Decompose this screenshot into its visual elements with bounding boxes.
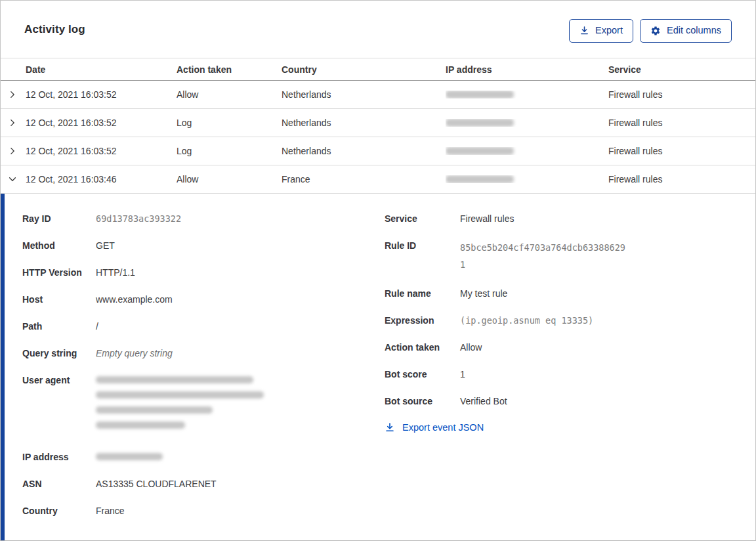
column-header-country: Country [282, 64, 446, 75]
field-rule-name: Rule name My test rule [385, 287, 755, 300]
page-title: Activity log [24, 23, 85, 36]
row-ip-address [446, 91, 608, 98]
edit-columns-button-label: Edit columns [667, 26, 721, 35]
row-country: France [282, 174, 446, 184]
chevron-right-icon [7, 117, 18, 129]
row-country: Netherlands [282, 118, 446, 128]
column-header-date: Date [26, 64, 177, 75]
redacted-line [96, 376, 253, 383]
redacted-line [96, 406, 213, 414]
chevron-right-icon [7, 89, 18, 100]
field-path: Path / [22, 320, 385, 333]
field-host: Host www.example.com [22, 293, 385, 306]
export-event-json-label: Export event JSON [402, 422, 484, 433]
expression-value: (ip.geoip.asnum eq 13335) [460, 314, 593, 327]
row-date: 12 Oct, 2021 16:03:46 [26, 174, 177, 184]
row-action-taken: Allow [177, 174, 282, 184]
export-button[interactable]: Export [569, 19, 633, 43]
redacted-line [96, 391, 264, 399]
field-expression: Expression (ip.geoip.asnum eq 13335) [385, 314, 755, 327]
row-expander[interactable] [1, 117, 26, 129]
method-value: GET [96, 239, 115, 252]
export-event-json-link[interactable]: Export event JSON [385, 422, 484, 433]
field-country: Country France [22, 504, 385, 517]
download-icon [385, 422, 395, 433]
event-details-left-column: Ray ID 69d13783ac393322 Method GET HTTP … [22, 212, 385, 531]
row-date: 12 Oct, 2021 16:03:52 [26, 118, 177, 128]
field-action-taken: Action taken Allow [385, 341, 755, 354]
gear-icon [650, 26, 661, 36]
redacted-user-agent-value [96, 374, 264, 437]
field-ip-address: IP address [22, 450, 385, 464]
column-header-service: Service [608, 64, 755, 75]
row-expander[interactable] [1, 173, 26, 185]
field-method: Method GET [22, 239, 385, 252]
row-service: Firewall rules [608, 146, 755, 156]
row-ip-address [446, 147, 608, 155]
field-service: Service Firewall rules [385, 212, 755, 225]
field-user-agent: User agent [22, 374, 385, 437]
field-ray-id: Ray ID 69d13783ac393322 [22, 212, 385, 225]
column-header-action-taken: Action taken [177, 64, 282, 75]
redacted-ip-value [446, 175, 514, 183]
row-date: 12 Oct, 2021 16:03:52 [26, 146, 177, 156]
query-string-value: Empty query string [96, 347, 173, 360]
row-country: Netherlands [282, 89, 446, 100]
row-service: Firewall rules [608, 89, 755, 100]
http-version-value: HTTP/1.1 [96, 266, 135, 279]
rule-id-value: 85bce5b204cf4703a764dcb633886291 [460, 239, 628, 273]
chevron-right-icon [7, 145, 18, 157]
table-row[interactable]: 12 Oct, 2021 16:03:52 Log Netherlands Fi… [1, 137, 755, 165]
bot-source-value: Verified Bot [460, 395, 507, 408]
header-actions: Export Edit columns [569, 19, 732, 43]
field-query-string: Query string Empty query string [22, 347, 385, 360]
field-asn: ASN AS13335 CLOUDFLARENET [22, 477, 385, 490]
table-row[interactable]: 12 Oct, 2021 16:03:52 Allow Netherlands … [1, 81, 755, 109]
host-value: www.example.com [96, 293, 173, 306]
path-value: / [96, 320, 98, 333]
field-bot-score: Bot score 1 [385, 368, 755, 381]
event-details-right-column: Service Firewall rules Rule ID 85bce5b20… [385, 212, 755, 435]
table-row-expanded[interactable]: 12 Oct, 2021 16:03:46 Allow France Firew… [1, 165, 755, 194]
action-taken-value: Allow [460, 341, 482, 354]
activity-log-panel: Activity log Export Edit columns [0, 0, 756, 541]
redacted-ip-value [96, 453, 163, 460]
table-header-row: Date Action taken Country IP address Ser… [1, 58, 755, 81]
bot-score-value: 1 [460, 368, 465, 381]
field-rule-id: Rule ID 85bce5b204cf4703a764dcb633886291 [385, 239, 755, 273]
field-bot-source: Bot source Verified Bot [385, 395, 755, 408]
field-http-version: HTTP Version HTTP/1.1 [22, 266, 385, 279]
table-row[interactable]: 12 Oct, 2021 16:03:52 Log Netherlands Fi… [1, 109, 755, 137]
ray-id-value: 69d13783ac393322 [96, 212, 181, 225]
redacted-ip-value [446, 119, 514, 127]
row-action-taken: Allow [177, 89, 282, 100]
rule-name-value: My test rule [460, 287, 507, 300]
row-ip-address [446, 175, 608, 183]
row-country: Netherlands [282, 146, 446, 156]
redacted-ip-value [446, 147, 514, 155]
row-ip-address [446, 119, 608, 127]
expanded-event-details: Ray ID 69d13783ac393322 Method GET HTTP … [1, 194, 755, 541]
row-service: Firewall rules [608, 174, 755, 184]
download-icon [579, 26, 589, 35]
row-action-taken: Log [177, 146, 282, 156]
edit-columns-button[interactable]: Edit columns [640, 19, 732, 43]
row-service: Firewall rules [608, 118, 755, 128]
row-expander[interactable] [1, 145, 26, 157]
asn-value: AS13335 CLOUDFLARENET [96, 477, 217, 490]
redacted-line [96, 422, 185, 429]
export-button-label: Export [595, 26, 623, 35]
column-header-ip-address: IP address [446, 64, 608, 75]
row-action-taken: Log [177, 118, 282, 128]
service-value: Firewall rules [460, 212, 514, 225]
row-expander[interactable] [1, 89, 26, 100]
country-value: France [96, 504, 125, 517]
row-date: 12 Oct, 2021 16:03:52 [26, 89, 177, 100]
redacted-ip-value [446, 91, 514, 98]
titlebar: Activity log Export Edit columns [1, 1, 755, 58]
chevron-down-icon [7, 173, 18, 185]
